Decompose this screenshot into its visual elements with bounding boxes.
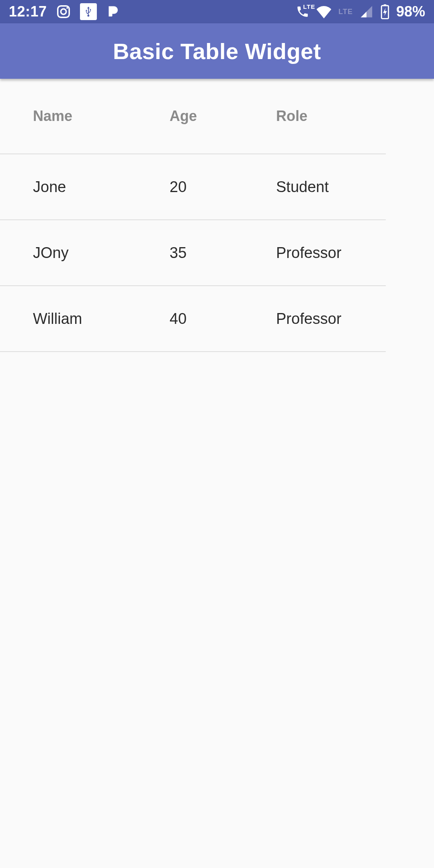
header-age: Age (170, 108, 276, 125)
cell-name: Jone (33, 178, 170, 196)
table-row: William 40 Professor (0, 286, 386, 352)
cell-role: Professor (276, 310, 386, 328)
cell-signal-icon (359, 5, 374, 18)
screen: 12:17 (0, 0, 434, 868)
cell-name: William (33, 310, 170, 328)
table-row: JOny 35 Professor (0, 220, 386, 286)
cell-age: 40 (170, 310, 276, 328)
usb-icon (80, 3, 97, 20)
cell-role: Professor (276, 244, 386, 262)
wifi-icon (316, 5, 332, 18)
status-bar: 12:17 (0, 0, 434, 23)
cell-age: 20 (170, 178, 276, 196)
cell-role: Student (276, 178, 386, 196)
svg-point-2 (66, 7, 68, 9)
table-header-row: Name Age Role (0, 79, 386, 154)
volte-lte-label: LTE (303, 3, 315, 10)
lte-label: LTE (338, 8, 353, 16)
svg-rect-4 (384, 4, 386, 6)
cell-name: JOny (33, 244, 170, 262)
data-table: Name Age Role Jone 20 Student JOny 35 Pr… (0, 79, 386, 352)
svg-point-1 (61, 9, 66, 14)
battery-percent: 98% (396, 3, 425, 20)
instagram-icon (56, 4, 71, 19)
clock-text: 12:17 (9, 3, 47, 20)
app-bar: Basic Table Widget (0, 23, 434, 79)
app-title: Basic Table Widget (113, 38, 321, 64)
header-name: Name (33, 108, 170, 125)
status-right: LTE LTE 98% (296, 3, 425, 20)
battery-charging-icon (380, 4, 390, 19)
volte-call-icon: LTE (296, 5, 309, 18)
status-left: 12:17 (9, 3, 120, 20)
header-role: Role (276, 108, 386, 125)
table-row: Jone 20 Student (0, 154, 386, 220)
pandora-icon (106, 4, 120, 19)
cell-age: 35 (170, 244, 276, 262)
